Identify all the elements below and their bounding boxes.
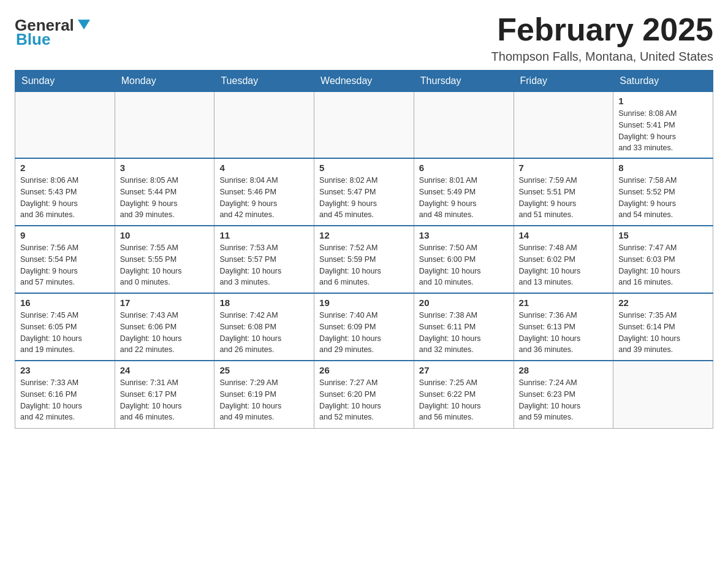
day-info: Sunrise: 7:42 AM Sunset: 6:08 PM Dayligh…: [219, 310, 309, 356]
day-number: 6: [419, 163, 509, 173]
week-row-2: 2Sunrise: 8:06 AM Sunset: 5:43 PM Daylig…: [15, 158, 713, 226]
day-info: Sunrise: 7:27 AM Sunset: 6:20 PM Dayligh…: [319, 377, 409, 423]
table-row: 10Sunrise: 7:55 AM Sunset: 5:55 PM Dayli…: [115, 226, 214, 293]
table-row: 6Sunrise: 8:01 AM Sunset: 5:49 PM Daylig…: [414, 158, 514, 226]
day-number: 11: [219, 230, 309, 240]
day-info: Sunrise: 7:43 AM Sunset: 6:06 PM Dayligh…: [120, 310, 210, 356]
day-number: 17: [120, 297, 210, 308]
table-row: 17Sunrise: 7:43 AM Sunset: 6:06 PM Dayli…: [115, 293, 214, 361]
day-number: 20: [419, 297, 509, 308]
calendar-table: Sunday Monday Tuesday Wednesday Thursday…: [15, 70, 713, 429]
week-row-5: 23Sunrise: 7:33 AM Sunset: 6:16 PM Dayli…: [15, 361, 713, 428]
day-number: 27: [419, 365, 509, 375]
svg-marker-0: [78, 20, 90, 29]
day-info: Sunrise: 7:55 AM Sunset: 5:55 PM Dayligh…: [120, 242, 210, 288]
table-row: 14Sunrise: 7:48 AM Sunset: 6:02 PM Dayli…: [514, 226, 613, 293]
day-number: 23: [20, 365, 110, 375]
day-info: Sunrise: 8:05 AM Sunset: 5:44 PM Dayligh…: [120, 175, 210, 221]
day-number: 28: [519, 365, 609, 375]
day-info: Sunrise: 8:02 AM Sunset: 5:47 PM Dayligh…: [319, 175, 409, 221]
table-row: 25Sunrise: 7:29 AM Sunset: 6:19 PM Dayli…: [214, 361, 314, 428]
day-info: Sunrise: 7:35 AM Sunset: 6:14 PM Dayligh…: [618, 310, 708, 356]
month-title: February 2025: [491, 12, 713, 47]
day-number: 12: [319, 230, 409, 240]
page-container: General Blue February 2025 Thompson Fall…: [0, 0, 728, 441]
table-row: [214, 92, 314, 159]
header-monday: Monday: [115, 71, 214, 92]
table-row: 4Sunrise: 8:04 AM Sunset: 5:46 PM Daylig…: [214, 158, 314, 226]
week-row-3: 9Sunrise: 7:56 AM Sunset: 5:54 PM Daylig…: [15, 226, 713, 293]
day-info: Sunrise: 7:29 AM Sunset: 6:19 PM Dayligh…: [219, 377, 309, 423]
logo: General Blue: [15, 16, 93, 49]
day-info: Sunrise: 7:47 AM Sunset: 6:03 PM Dayligh…: [618, 242, 708, 288]
day-info: Sunrise: 7:38 AM Sunset: 6:11 PM Dayligh…: [419, 310, 509, 356]
table-row: 21Sunrise: 7:36 AM Sunset: 6:13 PM Dayli…: [514, 293, 613, 361]
day-info: Sunrise: 7:56 AM Sunset: 5:54 PM Dayligh…: [20, 242, 110, 288]
day-number: 13: [419, 230, 509, 240]
table-row: 3Sunrise: 8:05 AM Sunset: 5:44 PM Daylig…: [115, 158, 214, 226]
day-info: Sunrise: 7:40 AM Sunset: 6:09 PM Dayligh…: [319, 310, 409, 356]
table-row: 5Sunrise: 8:02 AM Sunset: 5:47 PM Daylig…: [314, 158, 414, 226]
title-section: February 2025 Thompson Falls, Montana, U…: [491, 12, 713, 64]
day-number: 2: [20, 163, 110, 173]
table-row: 7Sunrise: 7:59 AM Sunset: 5:51 PM Daylig…: [514, 158, 613, 226]
day-info: Sunrise: 8:01 AM Sunset: 5:49 PM Dayligh…: [419, 175, 509, 221]
table-row: 28Sunrise: 7:24 AM Sunset: 6:23 PM Dayli…: [514, 361, 613, 428]
header-wednesday: Wednesday: [314, 71, 414, 92]
table-row: 11Sunrise: 7:53 AM Sunset: 5:57 PM Dayli…: [214, 226, 314, 293]
day-number: 18: [219, 297, 309, 308]
table-row: 27Sunrise: 7:25 AM Sunset: 6:22 PM Dayli…: [414, 361, 514, 428]
day-number: 1: [618, 96, 708, 106]
table-row: 13Sunrise: 7:50 AM Sunset: 6:00 PM Dayli…: [414, 226, 514, 293]
table-row: [514, 92, 613, 159]
day-number: 21: [519, 297, 609, 308]
day-info: Sunrise: 7:25 AM Sunset: 6:22 PM Dayligh…: [419, 377, 509, 423]
logo-blue: Blue: [16, 30, 50, 49]
day-info: Sunrise: 8:06 AM Sunset: 5:43 PM Dayligh…: [20, 175, 110, 221]
day-info: Sunrise: 7:36 AM Sunset: 6:13 PM Dayligh…: [519, 310, 609, 356]
table-row: 23Sunrise: 7:33 AM Sunset: 6:16 PM Dayli…: [15, 361, 115, 428]
day-number: 7: [519, 163, 609, 173]
table-row: 16Sunrise: 7:45 AM Sunset: 6:05 PM Dayli…: [15, 293, 115, 361]
day-number: 19: [319, 297, 409, 308]
header-friday: Friday: [514, 71, 613, 92]
week-row-1: 1Sunrise: 8:08 AM Sunset: 5:41 PM Daylig…: [15, 92, 713, 159]
header-sunday: Sunday: [15, 71, 115, 92]
day-number: 5: [319, 163, 409, 173]
calendar-header-row: Sunday Monday Tuesday Wednesday Thursday…: [15, 71, 713, 92]
table-row: 12Sunrise: 7:52 AM Sunset: 5:59 PM Dayli…: [314, 226, 414, 293]
day-number: 14: [519, 230, 609, 240]
table-row: [15, 92, 115, 159]
day-number: 8: [618, 163, 708, 173]
header-saturday: Saturday: [613, 71, 713, 92]
table-row: 22Sunrise: 7:35 AM Sunset: 6:14 PM Dayli…: [613, 293, 713, 361]
day-number: 10: [120, 230, 210, 240]
table-row: 2Sunrise: 8:06 AM Sunset: 5:43 PM Daylig…: [15, 158, 115, 226]
day-info: Sunrise: 7:24 AM Sunset: 6:23 PM Dayligh…: [519, 377, 609, 423]
table-row: 15Sunrise: 7:47 AM Sunset: 6:03 PM Dayli…: [613, 226, 713, 293]
day-number: 4: [219, 163, 309, 173]
day-number: 24: [120, 365, 210, 375]
table-row: [414, 92, 514, 159]
table-row: 20Sunrise: 7:38 AM Sunset: 6:11 PM Dayli…: [414, 293, 514, 361]
day-number: 16: [20, 297, 110, 308]
day-number: 9: [20, 230, 110, 240]
logo-triangle-icon: [75, 16, 93, 33]
header-tuesday: Tuesday: [214, 71, 314, 92]
table-row: 8Sunrise: 7:58 AM Sunset: 5:52 PM Daylig…: [613, 158, 713, 226]
day-number: 25: [219, 365, 309, 375]
day-info: Sunrise: 7:59 AM Sunset: 5:51 PM Dayligh…: [519, 175, 609, 221]
table-row: 18Sunrise: 7:42 AM Sunset: 6:08 PM Dayli…: [214, 293, 314, 361]
day-info: Sunrise: 7:31 AM Sunset: 6:17 PM Dayligh…: [120, 377, 210, 423]
day-info: Sunrise: 7:58 AM Sunset: 5:52 PM Dayligh…: [618, 175, 708, 221]
day-info: Sunrise: 8:08 AM Sunset: 5:41 PM Dayligh…: [618, 108, 708, 154]
table-row: [613, 361, 713, 428]
day-info: Sunrise: 8:04 AM Sunset: 5:46 PM Dayligh…: [219, 175, 309, 221]
day-info: Sunrise: 7:48 AM Sunset: 6:02 PM Dayligh…: [519, 242, 609, 288]
table-row: [115, 92, 214, 159]
table-row: [314, 92, 414, 159]
day-info: Sunrise: 7:33 AM Sunset: 6:16 PM Dayligh…: [20, 377, 110, 423]
table-row: 9Sunrise: 7:56 AM Sunset: 5:54 PM Daylig…: [15, 226, 115, 293]
day-info: Sunrise: 7:53 AM Sunset: 5:57 PM Dayligh…: [219, 242, 309, 288]
header: General Blue February 2025 Thompson Fall…: [15, 12, 713, 64]
